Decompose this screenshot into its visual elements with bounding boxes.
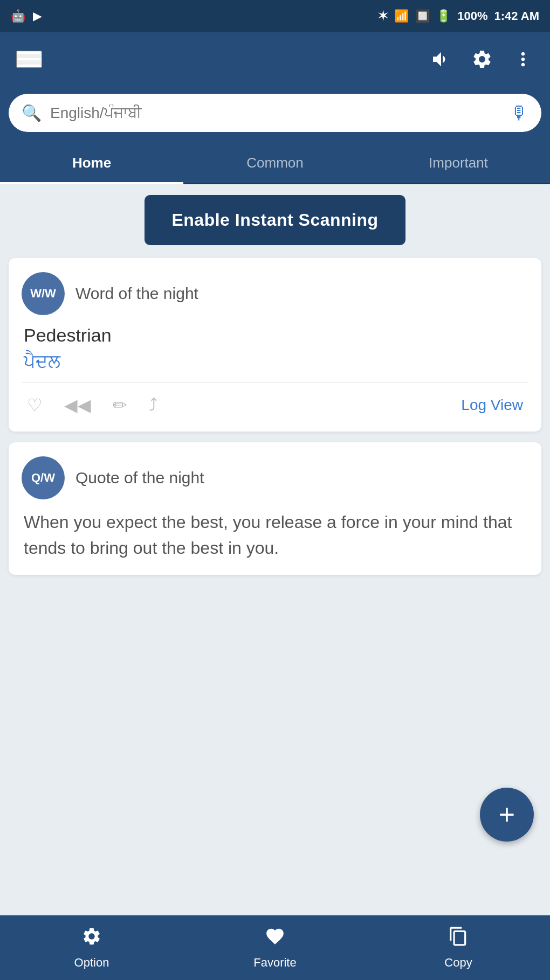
- quote-avatar: Q/W: [22, 456, 65, 499]
- battery-percent: 100%: [457, 9, 487, 23]
- tab-home[interactable]: Home: [0, 143, 183, 183]
- hamburger-line: [17, 58, 41, 60]
- log-view-button[interactable]: Log View: [461, 397, 523, 414]
- search-icon: 🔍: [22, 103, 42, 122]
- clock: 1:42 AM: [494, 9, 539, 23]
- bluetooth-icon: ✶: [378, 9, 388, 23]
- nav-favorite[interactable]: Favorite: [183, 919, 367, 977]
- status-bar: 🤖 ▶ ✶ 📶 🔲 🔋 100% 1:42 AM: [0, 0, 550, 32]
- settings-button[interactable]: [471, 48, 493, 70]
- battery-icon: 🔋: [436, 9, 451, 23]
- tab-important[interactable]: Important: [367, 143, 550, 183]
- word-of-night-card: W/W Word of the night Pedestrian ਪੈਦਲ ♡ …: [9, 258, 541, 432]
- tabs-bar: Home Common Important: [0, 143, 550, 184]
- search-bar: 🔍 🎙: [9, 94, 541, 132]
- menu-button[interactable]: [16, 51, 42, 68]
- quote-of-night-card: Q/W Quote of the night When you expect t…: [9, 442, 541, 575]
- search-input[interactable]: [50, 105, 501, 122]
- nav-option[interactable]: Option: [0, 919, 183, 977]
- word-card-header: W/W Word of the night: [22, 272, 528, 315]
- volume-word-icon[interactable]: ◀◀: [64, 395, 91, 415]
- favorite-nav-icon: [265, 926, 285, 951]
- word-punjabi: ਪੈਦਲ: [22, 351, 528, 373]
- quote-text: When you expect the best, you release a …: [22, 509, 528, 561]
- nav-favorite-label: Favorite: [253, 956, 296, 970]
- nav-option-label: Option: [74, 956, 109, 970]
- status-left-icons: 🤖 ▶: [11, 9, 42, 23]
- quote-card-header: Q/W Quote of the night: [22, 456, 528, 499]
- more-options-button[interactable]: [512, 48, 534, 70]
- nav-copy-label: Copy: [444, 956, 472, 970]
- word-english: Pedestrian: [22, 325, 528, 346]
- nav-copy[interactable]: Copy: [367, 919, 550, 977]
- copy-nav-icon: [448, 926, 469, 951]
- hamburger-line: [17, 65, 41, 67]
- top-bar: [0, 32, 550, 86]
- quote-card-title: Quote of the night: [75, 469, 204, 487]
- word-card-title: Word of the night: [75, 284, 198, 303]
- youtube-icon: ▶: [33, 9, 42, 23]
- status-right-info: ✶ 📶 🔲 🔋 100% 1:42 AM: [378, 9, 539, 23]
- top-bar-action-icons: [430, 48, 534, 70]
- search-bar-container: 🔍 🎙: [0, 86, 550, 143]
- volume-button[interactable]: [430, 48, 452, 70]
- main-content: Enable Instant Scanning W/W Word of the …: [0, 184, 550, 939]
- word-card-actions: ♡ ◀◀ ✏ ⤴ Log View: [22, 393, 528, 418]
- card-divider: [22, 383, 528, 383]
- hamburger-line: [17, 52, 41, 54]
- android-icon: 🤖: [11, 9, 25, 23]
- word-avatar: W/W: [22, 272, 65, 315]
- edit-icon[interactable]: ✏: [113, 395, 127, 415]
- share-icon[interactable]: ⤴: [149, 395, 157, 415]
- tab-common[interactable]: Common: [183, 143, 367, 183]
- mic-icon[interactable]: 🎙: [510, 102, 528, 123]
- signal-icon: 📶: [394, 9, 409, 23]
- question-badge: 🔲: [415, 9, 430, 23]
- option-icon: [81, 926, 102, 951]
- instant-scan-button[interactable]: Enable Instant Scanning: [145, 195, 405, 245]
- favorite-icon[interactable]: ♡: [27, 395, 43, 415]
- fab-add-button[interactable]: +: [480, 788, 534, 842]
- bottom-navigation: Option Favorite Copy: [0, 915, 550, 980]
